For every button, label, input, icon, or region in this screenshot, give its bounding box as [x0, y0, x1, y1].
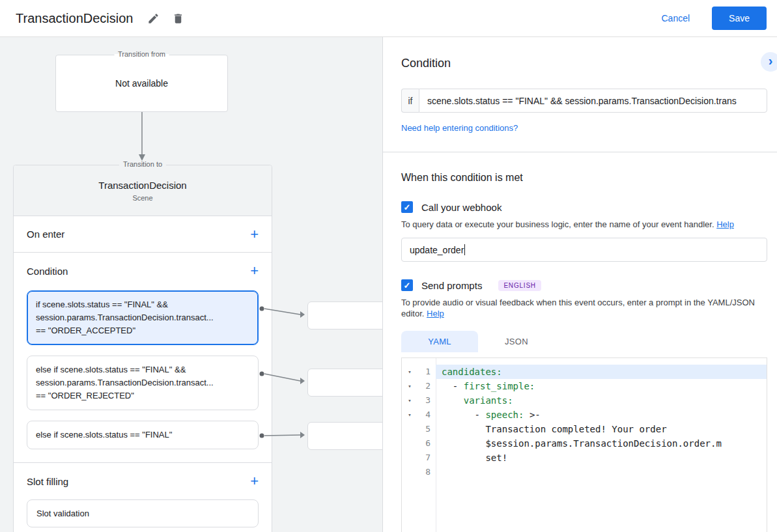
transition-to-label: Transition to: [119, 160, 166, 168]
transition-from-node: Transition from Not available: [55, 55, 228, 112]
line-number: 6: [417, 436, 436, 451]
code-text: Transaction completed! Your order: [436, 422, 767, 436]
tab-json[interactable]: JSON: [478, 331, 555, 352]
condition-detail-panel: › Condition if scene.slots.status == "FI…: [382, 37, 777, 532]
top-bar: TransactionDecision Cancel Save: [0, 0, 777, 37]
fold-arrow-icon[interactable]: ▾: [402, 408, 417, 422]
condition-text: else if scene.slots.status == "FINAL" &&: [36, 363, 249, 376]
condition-item[interactable]: else if scene.slots.status == "FINAL" &&…: [27, 356, 259, 410]
condition-expression-input[interactable]: scene.slots.status == "FINAL" && session…: [419, 89, 767, 113]
transition-from-content: Not available: [115, 78, 168, 89]
tab-yaml[interactable]: YAML: [401, 331, 478, 352]
flow-canvas: Transition from Not available Transition…: [0, 37, 382, 532]
scene-card-header[interactable]: TransactionDecision Scene: [14, 165, 272, 216]
fold-spacer: [402, 436, 417, 451]
editor-line[interactable]: 6 $session.params.TransactionDecision.or…: [402, 436, 767, 451]
fold-arrow-icon[interactable]: ▾: [402, 365, 417, 379]
condition-list: if scene.slots.status == "FINAL" &&sessi…: [14, 290, 272, 449]
pencil-icon: [147, 12, 160, 25]
condition-text: session.params.TransactionDecision.trans…: [36, 311, 249, 324]
check-icon: ✓: [404, 281, 411, 290]
prompts-description: To provide audio or visual feedback when…: [401, 297, 763, 319]
condition-text: == "ORDER_REJECTED": [36, 389, 249, 402]
editor-tabs: YAML JSON: [401, 331, 767, 352]
condition-section-header: Condition +: [14, 253, 272, 289]
webhook-checkbox[interactable]: ✓: [401, 201, 413, 213]
editor-line[interactable]: ▾2 - first_simple:: [402, 379, 767, 393]
transition-target-box[interactable]: [307, 422, 382, 450]
prompts-checkbox[interactable]: ✓: [401, 279, 413, 291]
prompt-editor[interactable]: ▾1candidates:▾2 - first_simple:▾3 varian…: [401, 357, 767, 532]
transition-target-box[interactable]: [307, 301, 382, 329]
editor-line[interactable]: 7 set!: [402, 451, 767, 465]
fold-spacer: [402, 465, 417, 479]
webhook-toggle-row: ✓ Call your webhook: [401, 201, 767, 213]
condition-text: session.params.TransactionDecision.trans…: [36, 376, 249, 389]
webhook-label: Call your webhook: [421, 202, 502, 213]
editor-line[interactable]: ▾1candidates:: [402, 365, 767, 379]
on-enter-section: On enter +: [14, 216, 272, 253]
webhook-help-link[interactable]: Help: [716, 219, 734, 229]
line-number: 2: [417, 379, 436, 393]
fold-arrow-icon[interactable]: ▾: [402, 379, 417, 393]
line-number: 7: [417, 451, 436, 465]
webhook-handler-value: update_order: [410, 245, 464, 255]
condition-help-link[interactable]: Need help entering conditions?: [401, 123, 518, 133]
prompts-toggle-row: ✓ Send prompts ENGLISH: [401, 279, 767, 291]
transition-target-box[interactable]: [307, 369, 382, 397]
line-number: 8: [417, 465, 436, 479]
edit-title-button[interactable]: [145, 10, 162, 27]
code-text: [436, 465, 767, 479]
cancel-button[interactable]: Cancel: [661, 13, 690, 23]
condition-expression-value: scene.slots.status == "FINAL" && session…: [427, 96, 737, 106]
delete-scene-button[interactable]: [169, 10, 186, 27]
code-text: - speech: >-: [436, 408, 767, 422]
panel-title: Condition: [401, 57, 767, 70]
when-met-title: When this condition is met: [401, 172, 767, 184]
condition-expression-row: if scene.slots.status == "FINAL" && sess…: [401, 89, 767, 113]
line-number: 5: [417, 422, 436, 436]
on-enter-label: On enter: [27, 229, 64, 240]
editor-gutter: 5: [402, 422, 436, 436]
condition-section: Condition + if scene.slots.status == "FI…: [14, 253, 272, 463]
transition-arrow: [139, 112, 145, 161]
code-text: variants:: [436, 393, 767, 408]
condition-text: == "ORDER_ACCEPTED": [36, 324, 249, 337]
prompts-description-text: To provide audio or visual feedback when…: [401, 298, 755, 318]
editor-line[interactable]: ▾4 - speech: >-: [402, 408, 767, 422]
collapse-panel-button[interactable]: ›: [761, 52, 777, 72]
slot-filling-section: Slot filling +: [14, 463, 272, 499]
slot-filling-label: Slot filling: [27, 476, 68, 487]
condition-item[interactable]: else if scene.slots.status == "FINAL": [27, 421, 259, 449]
chevron-right-icon: ›: [769, 53, 773, 68]
code-text: set!: [436, 451, 767, 465]
editor-line[interactable]: 8: [402, 465, 767, 479]
text-caret: [464, 244, 465, 255]
language-badge: ENGLISH: [498, 280, 541, 291]
code-text: - first_simple:: [436, 379, 767, 393]
add-condition-button[interactable]: +: [250, 264, 259, 277]
webhook-handler-input[interactable]: update_order: [401, 238, 767, 262]
editor-line[interactable]: ▾3 variants:: [402, 393, 767, 408]
panel-divider: [383, 152, 777, 152]
prompts-help-link[interactable]: Help: [427, 309, 444, 318]
scene-subtitle: Scene: [132, 194, 152, 202]
add-slot-button[interactable]: +: [250, 475, 259, 488]
slot-validation-box[interactable]: Slot validation: [27, 499, 259, 527]
save-button[interactable]: Save: [712, 7, 767, 30]
fold-spacer: [402, 422, 417, 436]
webhook-description-text: To query data or execute your business l…: [401, 219, 714, 229]
fold-arrow-icon[interactable]: ▾: [402, 393, 417, 408]
editor-lines: ▾1candidates:▾2 - first_simple:▾3 varian…: [402, 358, 767, 479]
app-root: TransactionDecision Cancel Save Transiti…: [0, 0, 777, 532]
code-text: candidates:: [436, 365, 767, 379]
editor-line[interactable]: 5 Transaction completed! Your order: [402, 422, 767, 436]
editor-gutter: 7: [402, 451, 436, 465]
condition-item[interactable]: if scene.slots.status == "FINAL" &&sessi…: [27, 290, 259, 345]
scene-title: TransactionDecision: [98, 180, 186, 191]
line-number: 4: [417, 408, 436, 422]
add-on-enter-button[interactable]: +: [250, 228, 259, 241]
condition-section-label: Condition: [27, 266, 68, 277]
trash-icon: [172, 12, 184, 25]
scene-card: Transition to TransactionDecision Scene …: [13, 165, 272, 532]
